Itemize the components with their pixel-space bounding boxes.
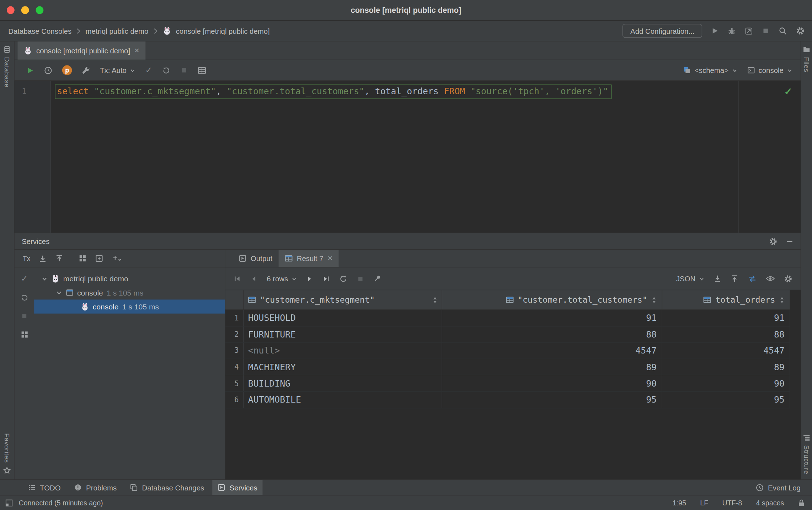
indent-style[interactable]: 4 spaces: [756, 499, 784, 507]
tree-node-console[interactable]: console 1 s 105 ms: [34, 286, 225, 299]
upload-icon[interactable]: [731, 275, 738, 282]
view-options-eye-icon[interactable]: [766, 275, 775, 282]
rollback-icon[interactable]: [21, 294, 28, 302]
table-cell[interactable]: BUILDING: [244, 376, 442, 392]
next-page-icon[interactable]: [306, 275, 313, 282]
presto-driver-icon[interactable]: p: [62, 65, 72, 75]
lock-icon[interactable]: [798, 499, 805, 507]
stop-icon[interactable]: [762, 27, 770, 35]
tool-button-database[interactable]: Database: [3, 46, 11, 87]
tool-button-problems[interactable]: Problems: [69, 480, 122, 495]
breadcrumb-item-console[interactable]: console [metriql public demo]: [176, 27, 270, 35]
table-cell[interactable]: 4547: [442, 343, 662, 359]
pin-tab-icon[interactable]: [374, 275, 381, 282]
sort-arrows-icon[interactable]: [432, 296, 438, 303]
table-cell[interactable]: AUTOMOBILE: [244, 392, 442, 408]
console-select[interactable]: console: [747, 66, 792, 74]
breadcrumb-item-datasource[interactable]: metriql public demo: [86, 27, 149, 35]
minimize-window-button[interactable]: [21, 6, 29, 14]
wrench-settings-icon[interactable]: [82, 66, 90, 74]
stop-icon[interactable]: [357, 275, 364, 282]
table-cell[interactable]: 88: [442, 326, 662, 342]
inspection-ok-icon[interactable]: ✓: [784, 85, 792, 97]
table-cell[interactable]: 91: [442, 310, 662, 326]
add-configuration-button[interactable]: Add Configuration...: [623, 24, 702, 38]
chevron-expanded-icon[interactable]: [56, 289, 62, 296]
tree-node-console-run[interactable]: console 1 s 105 ms: [34, 299, 225, 313]
column-header-total-customers[interactable]: "customer.total_customers": [442, 290, 662, 309]
sort-arrows-icon[interactable]: [651, 296, 657, 303]
group-by-icon[interactable]: [79, 255, 87, 262]
row-number[interactable]: 4: [225, 359, 244, 375]
table-cell[interactable]: 89: [442, 359, 662, 375]
rollback-icon[interactable]: [162, 66, 170, 74]
table-cell[interactable]: 91: [662, 310, 790, 326]
page-size-select[interactable]: 6 rows: [267, 275, 297, 283]
cancel-query-icon[interactable]: [180, 67, 188, 74]
close-tab-icon[interactable]: ×: [134, 46, 139, 55]
tool-button-database-changes[interactable]: Database Changes: [125, 480, 209, 495]
download-icon[interactable]: [714, 275, 721, 282]
tool-button-files[interactable]: Files: [803, 46, 811, 72]
settings-gear-icon[interactable]: [796, 26, 805, 35]
search-icon[interactable]: [778, 26, 787, 35]
settings-gear-icon[interactable]: [769, 237, 777, 245]
tab-result[interactable]: Result 7 ×: [279, 250, 339, 267]
settings-gear-icon[interactable]: [784, 275, 792, 283]
tool-button-services[interactable]: Services: [213, 480, 263, 495]
schema-select[interactable]: <schema>: [683, 66, 737, 74]
collapse-all-icon[interactable]: [56, 255, 64, 262]
first-page-icon[interactable]: [234, 275, 241, 282]
export-format-select[interactable]: JSON: [676, 275, 704, 283]
chevron-expanded-icon[interactable]: [42, 276, 48, 282]
commit-icon[interactable]: ✓: [21, 275, 28, 283]
table-cell[interactable]: 90: [662, 376, 790, 392]
row-number[interactable]: 1: [225, 310, 244, 326]
table-cell[interactable]: FURNITURE: [244, 326, 442, 342]
code-area[interactable]: select "customer.c_mktsegment", "custome…: [51, 81, 801, 233]
reload-page-icon[interactable]: [339, 275, 347, 283]
row-number[interactable]: 5: [225, 376, 244, 392]
line-separator[interactable]: LF: [700, 499, 708, 507]
run-with-profiler-icon[interactable]: [745, 27, 753, 35]
tree-node-datasource[interactable]: metriql public demo: [34, 272, 225, 286]
sort-arrows-icon[interactable]: [779, 296, 785, 303]
add-service-icon[interactable]: [112, 255, 122, 262]
table-cell[interactable]: 95: [442, 392, 662, 408]
sql-statement[interactable]: select "customer.c_mktsegment", "custome…: [55, 85, 611, 99]
close-tab-icon[interactable]: ×: [327, 254, 332, 263]
tx-mode-select[interactable]: Tx: Auto: [100, 66, 135, 74]
add-to-services-icon[interactable]: [96, 255, 103, 262]
row-number[interactable]: 3: [225, 343, 244, 359]
editor-tab-console[interactable]: console [metriql public demo] ×: [18, 42, 146, 60]
table-cell[interactable]: 89: [662, 359, 790, 375]
tool-button-event-log[interactable]: Event Log: [750, 483, 806, 492]
table-cell[interactable]: HOUSEHOLD: [244, 310, 442, 326]
tool-button-structure[interactable]: Structure: [803, 434, 811, 474]
toolwindow-toggle-icon[interactable]: [5, 499, 13, 507]
caret-position[interactable]: 1:95: [673, 499, 686, 507]
table-cell[interactable]: 90: [442, 376, 662, 392]
breadcrumb-item-database-consoles[interactable]: Database Consoles: [8, 27, 71, 35]
column-header-c-mktsegment[interactable]: "customer.c_mktsegment": [244, 290, 442, 309]
column-header-total-orders[interactable]: total_orders: [662, 290, 790, 309]
previous-page-icon[interactable]: [250, 275, 257, 282]
view-as-table-icon[interactable]: [198, 66, 206, 74]
last-page-icon[interactable]: [323, 275, 330, 282]
query-history-icon[interactable]: [44, 66, 52, 74]
show-tree-layout-icon[interactable]: [21, 331, 28, 339]
expand-all-icon[interactable]: [39, 255, 47, 262]
debug-bug-icon[interactable]: [728, 27, 736, 35]
hide-panel-icon[interactable]: [786, 238, 793, 245]
close-window-button[interactable]: [7, 6, 15, 14]
row-number[interactable]: 2: [225, 326, 244, 342]
row-number[interactable]: 6: [225, 392, 244, 408]
table-cell[interactable]: 88: [662, 326, 790, 342]
table-cell[interactable]: MACHINERY: [244, 359, 442, 375]
row-number-header[interactable]: [225, 290, 244, 309]
execute-query-button[interactable]: [26, 66, 34, 74]
compare-data-icon[interactable]: [748, 275, 757, 282]
run-icon[interactable]: [711, 27, 719, 35]
stop-icon[interactable]: [21, 313, 28, 320]
table-cell[interactable]: <null>: [244, 343, 442, 359]
